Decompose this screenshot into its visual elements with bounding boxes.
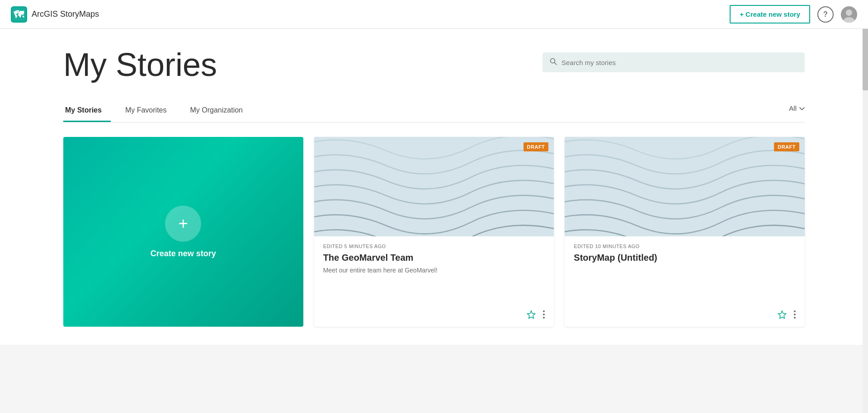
svg-point-9 (543, 310, 545, 312)
svg-text:🗺: 🗺 (14, 9, 24, 20)
create-new-story-card[interactable]: + Create new story (63, 137, 303, 327)
story-actions (565, 305, 805, 327)
story-card: DRAFT EDITED 5 MINUTES AGO The GeoMarvel… (314, 137, 554, 327)
plus-icon: + (179, 216, 188, 232)
chevron-down-icon (799, 104, 805, 112)
search-wrapper (542, 52, 805, 72)
tab-my-organization[interactable]: My Organization (189, 101, 252, 122)
more-options-icon[interactable] (794, 310, 796, 321)
svg-point-15 (794, 317, 796, 319)
story-actions (314, 305, 554, 327)
favorite-icon[interactable] (778, 310, 787, 321)
create-circle: + (165, 206, 201, 242)
svg-line-7 (555, 63, 557, 65)
story-info: EDITED 10 MINUTES AGO StoryMap (Untitled… (565, 236, 805, 305)
story-title[interactable]: The GeoMarvel Team (323, 253, 545, 263)
story-info: EDITED 5 MINUTES AGO The GeoMarvel Team … (314, 236, 554, 305)
tabs-row: My Stories My Favorites My Organization … (63, 101, 805, 122)
more-options-icon[interactable] (543, 310, 545, 321)
story-thumbnail[interactable]: DRAFT (314, 137, 554, 236)
create-story-header-button[interactable]: + Create new story (730, 5, 810, 23)
main-content: My Stories My Stories My Favorites (0, 29, 868, 345)
header-left: 🗺 ArcGIS StoryMaps (11, 6, 99, 23)
scrollbar-track[interactable] (863, 0, 868, 413)
header: 🗺 ArcGIS StoryMaps + Create new story ? (0, 0, 868, 29)
help-button[interactable]: ? (817, 6, 834, 23)
svg-point-11 (543, 317, 545, 319)
header-right: + Create new story ? (730, 5, 857, 23)
app-title: ArcGIS StoryMaps (32, 9, 99, 19)
page-title: My Stories (63, 47, 217, 83)
story-description (574, 267, 796, 297)
tabs: My Stories My Favorites My Organization (63, 101, 264, 122)
stories-grid: + Create new story DRAFT EDI (63, 137, 805, 345)
svg-point-10 (543, 314, 545, 315)
story-edited-time: EDITED 5 MINUTES AGO (323, 244, 545, 249)
svg-point-4 (846, 9, 852, 16)
svg-rect-8 (314, 137, 554, 236)
story-thumbnail[interactable]: DRAFT (565, 137, 805, 236)
filter-dropdown[interactable]: All (789, 104, 805, 118)
tab-my-favorites[interactable]: My Favorites (123, 101, 176, 122)
tab-my-stories[interactable]: My Stories (63, 101, 111, 122)
svg-point-14 (794, 314, 796, 315)
page-header: My Stories (63, 47, 805, 83)
draft-badge: DRAFT (774, 142, 799, 151)
search-container (542, 52, 805, 72)
svg-rect-12 (565, 137, 805, 236)
favorite-icon[interactable] (527, 310, 536, 321)
search-input[interactable] (561, 59, 797, 66)
user-avatar[interactable] (841, 6, 857, 23)
story-card: DRAFT EDITED 10 MINUTES AGO StoryMap (Un… (565, 137, 805, 327)
story-description: Meet our entire team here at GeoMarvel! (323, 267, 545, 297)
arcgis-logo-icon: 🗺 (11, 6, 27, 23)
svg-point-13 (794, 310, 796, 312)
story-title[interactable]: StoryMap (Untitled) (574, 253, 796, 263)
draft-badge: DRAFT (524, 142, 549, 151)
create-card-label: Create new story (151, 249, 216, 258)
search-icon (550, 58, 557, 67)
story-edited-time: EDITED 10 MINUTES AGO (574, 244, 796, 249)
